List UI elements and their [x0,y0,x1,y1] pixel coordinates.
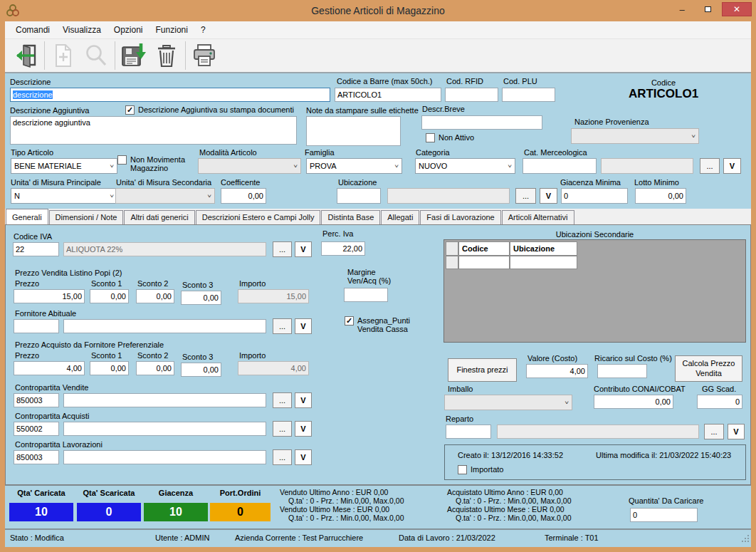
menu-comandi[interactable]: Comandi [9,22,56,38]
cat-merceologica-view-button[interactable]: V [723,158,741,174]
codice-iva-label: Codice IVA [14,232,52,241]
importo-acquisto-field: 4,00 [238,361,309,375]
descrizione-input[interactable]: descrizione [10,88,330,102]
fornitore-lookup-button[interactable]: ... [273,318,292,334]
fornitore-view-button[interactable]: V [295,318,312,334]
tab-generali[interactable]: Generali [6,209,48,224]
tab-allegati[interactable]: Allegati [381,210,419,224]
delete-button[interactable] [150,40,183,71]
contropartita-vendite-lookup-button[interactable]: ... [273,392,292,408]
giacenza-minima-input[interactable]: 0 [561,188,628,204]
cod-plu-input[interactable] [502,88,555,102]
codice-iva-lookup-button[interactable]: ... [273,241,292,257]
codice-barre-input[interactable]: ARTICOLO1 [335,88,441,102]
codice-iva-view-button[interactable]: V [295,241,312,257]
contropartita-lavorazioni-desc[interactable] [63,450,266,464]
perc-iva-input[interactable]: 22,00 [321,241,365,256]
record-info-groupbox: Creato il: 13/12/2016 14:33:52 Ultima mo… [444,444,746,480]
menu-funzioni[interactable]: Funzioni [149,22,194,38]
non-attivo-checkbox[interactable]: Non Attivo [426,133,474,142]
contropartita-vendite-input[interactable]: 850003 [14,393,59,407]
lotto-minimo-input[interactable]: 0,00 [635,188,686,204]
contropartita-acquisti-desc[interactable] [63,422,266,436]
ubicazione-lookup-button[interactable]: ... [515,188,536,204]
ricarico-input[interactable] [597,364,647,378]
sconto3-vendita-input[interactable]: 0,00 [181,291,221,305]
assegna-punti-checkbox[interactable]: Assegna_Punti Vendita Cassa [345,316,416,333]
ubicazione-input[interactable] [337,188,381,204]
tab-descrizioni-estero[interactable]: Descrizioni Estero e Campi Jolly [196,210,321,224]
tipo-articolo-select[interactable]: BENE MATERIALE˅ [11,158,117,174]
tab-dimensioni-note[interactable]: Dimensioni / Note [49,210,124,224]
maximize-button[interactable] [696,2,719,16]
descr-breve-input[interactable] [421,115,542,130]
valore-costo-input[interactable]: 4,00 [526,364,588,378]
perc-iva-label: Perc. Iva [322,229,353,238]
ubicazione-view-button[interactable]: V [540,188,557,204]
save-button[interactable] [117,40,150,71]
contropartita-acquisti-input[interactable]: 550002 [14,422,59,436]
cod-rfid-input[interactable] [445,88,498,102]
contropartita-acquisti-lookup-button[interactable]: ... [273,421,292,437]
sconto2-vendita-input[interactable]: 0,00 [136,289,174,303]
sconto1-vendita-input[interactable]: 0,00 [90,289,129,303]
non-movimenta-checkbox[interactable]: Non Movimenta Magazzino [117,155,192,172]
nazione-provenienza-select: ˅ [571,128,699,144]
sconto3-acquisto-input[interactable]: 0,00 [181,363,221,377]
reparto-input[interactable] [446,425,491,439]
cat-merceologica-input[interactable] [523,158,597,174]
prezzo-vendita-input[interactable]: 15,00 [14,289,85,303]
stampa-documenti-checkbox[interactable]: Descrizione Aggiuntiva su stampa documen… [125,105,303,115]
menu-help[interactable]: ? [194,22,212,38]
fornitore-abituale-label: Fornitore Abituale [15,309,76,318]
tab-altri-dati[interactable]: Altri dati generici [124,210,194,224]
codice-label: Codice [617,78,710,87]
sconto2-acquisto-input[interactable]: 0,00 [136,361,174,375]
quantita-da-caricare-input[interactable]: 0 [630,508,698,522]
tab-panel-generali: Codice IVA 22 ALIQUOTA 22% ... V Perc. I… [5,224,751,485]
close-button[interactable]: ✕ [722,2,752,16]
contributo-conai-input[interactable]: 0,00 [594,395,673,409]
um-principale-select[interactable]: N˅ [11,188,117,204]
fornitore-code-input[interactable] [14,319,59,333]
categoria-select[interactable]: NUOVO˅ [415,158,515,174]
contropartita-vendite-view-button[interactable]: V [295,392,312,408]
sconto1-acquisto-input[interactable]: 0,00 [90,361,129,375]
descrizione-aggiuntiva-textarea[interactable]: descrizione aggiuntiva [10,116,297,145]
descrizione-aggiuntiva-label: Descrizione Aggiuntiva [10,106,89,115]
finestra-prezzi-button[interactable]: Finestra prezzi [448,358,517,382]
coefficente-input[interactable]: 0,00 [221,188,266,204]
print-button[interactable] [188,40,221,71]
contropartita-lavorazioni-input[interactable]: 850003 [14,450,59,464]
contropartita-lavorazioni-lookup-button[interactable]: ... [273,449,292,465]
famiglia-select[interactable]: PROVA˅ [306,158,402,174]
tab-fasi-lavorazione[interactable]: Fasi di Lavorazione [420,210,500,224]
table-cell-codice[interactable] [458,256,510,269]
calcola-prezzo-button[interactable]: Calcola Prezzo Vendita [675,355,742,382]
importato-checkbox[interactable]: Importato [458,465,503,474]
reparto-view-button[interactable]: V [728,424,745,439]
fornitore-desc-input[interactable] [63,319,266,333]
note-etichette-textarea[interactable] [306,116,401,146]
gg-scad-input[interactable]: 0 [697,395,742,409]
prezzo-acq-label: Prezzo [15,351,39,360]
contropartita-acquisti-view-button[interactable]: V [295,421,312,437]
tab-articoli-alternativi[interactable]: Articoli Alternativi [502,210,574,224]
menu-opzioni[interactable]: Opzioni [107,22,149,38]
contropartita-vendite-desc[interactable] [63,393,266,407]
tab-distinta-base[interactable]: Distinta Base [321,210,380,224]
table-cell-ubicazione[interactable] [510,256,577,269]
resize-grip[interactable] [741,533,750,546]
contropartita-lavorazioni-view-button[interactable]: V [295,449,312,465]
minimize-button[interactable]: – [671,2,693,16]
reparto-lookup-button[interactable]: ... [704,424,724,439]
codice-iva-input[interactable]: 22 [13,242,59,256]
prezzo-acquisto-input[interactable]: 4,00 [14,361,85,375]
assegna-punti-label: Assegna_Punti Vendita Cassa [357,316,416,333]
exit-button[interactable] [9,40,42,71]
status-stato: Stato : Modifica [10,533,64,542]
ubicazioni-secondarie-table[interactable]: Codice Ubicazione [446,241,577,269]
menu-visualizza[interactable]: Visualizza [56,22,107,38]
margine-input[interactable] [344,288,388,302]
cat-merceologica-lookup-button[interactable]: ... [700,158,720,174]
